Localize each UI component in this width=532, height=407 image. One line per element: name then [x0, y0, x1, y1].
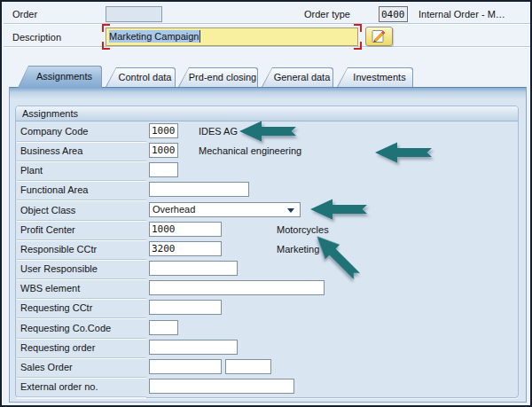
tab-label: Investments [337, 67, 413, 87]
form-row-plant: Plant [2, 162, 532, 182]
sales-order-input[interactable] [149, 359, 222, 374]
row-divider [4, 46, 530, 47]
order-type-description: Internal Order - M… [419, 7, 528, 21]
label-divider [17, 141, 146, 142]
description-label: Description [12, 30, 61, 44]
tab-general-data[interactable]: General data [262, 67, 333, 87]
pencil-icon [370, 29, 388, 44]
functional-area-input[interactable] [149, 182, 249, 197]
form-row-profit-center: Profit Center Motorcycles [2, 222, 532, 241]
field-description: Mechanical engineering [199, 144, 301, 158]
field-label: User Responsible [20, 262, 98, 276]
field-label: Functional Area [20, 183, 88, 197]
label-divider [17, 317, 146, 318]
label-divider [17, 357, 146, 358]
form-row-functional-area: Functional Area [2, 182, 532, 201]
field-label: Requesting order [20, 340, 95, 355]
order-input[interactable] [106, 6, 162, 22]
field-description: IDES AG [199, 124, 238, 138]
requesting-order-input[interactable] [149, 340, 238, 355]
annotation-arrow-icon [239, 120, 296, 143]
order-type-input[interactable] [379, 6, 408, 22]
form-row-object-class: Object Class Overhead [2, 202, 532, 222]
description-input[interactable]: Marketing Campaign [106, 27, 358, 46]
field-label: Profit Center [20, 223, 75, 237]
wbs-element-input[interactable] [149, 280, 325, 295]
annotation-arrow-icon [375, 141, 432, 164]
label-divider [17, 278, 146, 279]
label-divider [17, 239, 146, 240]
sales-order-item-input[interactable] [225, 359, 271, 374]
tab-label: Prd-end closing [178, 67, 258, 87]
selected-text: Marketing Campaign [109, 30, 200, 43]
form-row-wbs-element: WBS element [2, 280, 532, 300]
requesting-cctr-input[interactable] [149, 300, 222, 315]
tab-control-data[interactable]: Control data [106, 67, 176, 87]
field-label: Responsible CCtr [20, 242, 97, 256]
dropdown-value: Overhead [153, 204, 195, 215]
field-label: Requesting Co.Code [20, 321, 111, 335]
tab-label: Assignments [18, 66, 102, 88]
business-area-input[interactable] [149, 143, 178, 158]
tab-prd-end-closing[interactable]: Prd-end closing [178, 67, 258, 87]
form-row-requesting-co-code: Requesting Co.Code [2, 320, 532, 340]
profit-center-input[interactable] [149, 222, 222, 237]
order-label: Order [12, 7, 37, 21]
form-row-responsible-cctr: Responsible CCtr Marketing [2, 241, 532, 261]
field-label: Business Area [20, 144, 82, 158]
tab-label: General data [262, 67, 333, 87]
field-label: Plant [20, 163, 43, 177]
form-row-requesting-cctr: Requesting CCtr [2, 300, 532, 319]
edit-description-button[interactable] [365, 27, 393, 46]
object-class-dropdown[interactable]: Overhead [149, 202, 301, 217]
label-divider [17, 377, 146, 378]
label-divider [17, 160, 146, 161]
tab-investments[interactable]: Investments [337, 67, 413, 87]
label-divider [17, 200, 146, 200]
order-type-label: Order type [304, 7, 350, 21]
field-label: WBS element [20, 281, 80, 295]
field-label: External order no. [20, 380, 98, 394]
company-code-input[interactable] [149, 123, 178, 138]
label-divider [17, 396, 146, 397]
chevron-down-icon [287, 208, 294, 213]
label-divider [17, 180, 146, 181]
form-row-requesting-order: Requesting order [2, 340, 532, 359]
field-label: Object Class [20, 203, 75, 217]
responsible-cctr-input[interactable] [149, 241, 222, 256]
form-row-user-responsible: User Responsible [2, 261, 532, 280]
annotation-arrow-icon [310, 198, 367, 221]
form-row-sales-order: Sales Order [2, 359, 532, 379]
tab-label: Control data [106, 67, 176, 87]
label-divider [17, 259, 146, 260]
field-label: Company Code [20, 124, 88, 138]
plant-input[interactable] [149, 162, 178, 177]
form-row-external-order-no: External order no. [2, 379, 532, 398]
label-divider [17, 220, 146, 221]
label-divider [17, 338, 146, 339]
field-label: Requesting CCtr [20, 301, 92, 315]
tab-assignments[interactable]: Assignments [18, 66, 102, 88]
label-divider [17, 298, 146, 299]
external-order-no-input[interactable] [149, 379, 294, 394]
user-responsible-input[interactable] [149, 261, 238, 276]
form-row-business-area: Business Area Mechanical engineering [2, 143, 532, 162]
requesting-co-code-input[interactable] [149, 320, 178, 335]
field-label: Sales Order [20, 360, 73, 374]
row-divider [4, 23, 530, 24]
